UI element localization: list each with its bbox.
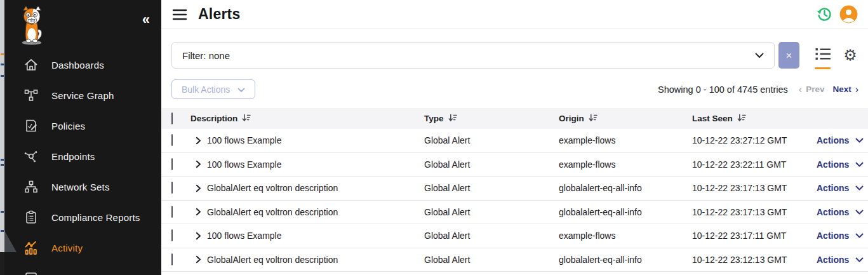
pagination: Showing 0 - 100 of 4745 entries ‹ Prev N… [658,84,858,95]
alert-origin: globalalert-eq-all-info [559,207,692,217]
bulk-actions-button[interactable]: Bulk Actions [171,79,255,99]
column-header-description[interactable]: Description [190,114,424,124]
column-header-type[interactable]: Type [424,114,559,124]
alert-type: Global Alert [424,135,559,145]
close-icon: × [786,50,792,61]
sidebar-item-label: Dashboards [51,60,104,70]
row-checkbox[interactable] [171,182,173,194]
table-row[interactable]: 100 flows Example Global Alert example-f… [161,129,868,153]
gear-icon: ⚙ [843,48,857,63]
sidebar-item-dashboards[interactable]: Dashboards [4,50,161,80]
user-avatar[interactable] [839,5,858,24]
showing-entries-text: Showing 0 - 100 of 4745 entries [658,84,788,95]
chevron-down-icon [855,254,864,265]
history-icon[interactable] [815,5,834,24]
table-row[interactable]: GlobalAlert eq voltron description Globa… [161,248,868,272]
chevron-down-icon [855,159,864,170]
sidebar-item-partial[interactable] [4,263,161,275]
main-content: Alerts Filter: none [161,0,868,275]
chevron-down-icon [855,182,864,194]
alert-description: 100 flows Example [207,159,282,170]
table-row[interactable]: 100 flows Example Global Alert example-f… [161,153,868,177]
chevron-down-icon [855,230,864,241]
network-hierarchy-icon [23,179,39,194]
row-actions-dropdown[interactable]: Actions [817,135,864,146]
alert-description: 100 flows Example [207,135,282,145]
select-all-checkbox[interactable] [171,112,173,124]
actions-label: Actions [817,183,849,193]
chevron-right-icon: › [855,84,858,95]
row-actions-dropdown[interactable]: Actions [817,182,864,194]
row-checkbox[interactable] [171,206,173,218]
top-bar: Alerts [161,0,868,29]
prev-page-button[interactable]: ‹ Prev [799,84,825,95]
table-row[interactable]: 100 flows Example Global Alert example-f… [161,224,868,248]
sidebar-item-compliance-reports[interactable]: Compliance Reports [4,202,161,232]
alert-type: Global Alert [424,231,559,241]
policies-document-icon [23,118,39,133]
expand-row-chevron-icon[interactable] [196,208,201,216]
view-toggle-group: ⚙ [815,46,858,65]
sidebar-item-network-sets[interactable]: Network Sets [4,171,161,202]
alert-last-seen: 10-12-22 23:12:13 GMT [692,255,817,265]
sidebar-item-service-graph[interactable]: Service Graph [4,80,161,111]
service-graph-icon [23,88,39,103]
sidebar-item-label: Policies [51,121,85,131]
chevron-left-icon: ‹ [799,84,802,95]
list-view-icon [815,48,831,63]
expand-row-chevron-icon[interactable] [196,160,201,168]
clear-filter-button[interactable]: × [778,42,799,69]
alert-description: 100 flows Example [207,231,282,241]
row-checkbox[interactable] [171,253,173,265]
sort-icon [737,114,746,124]
expand-row-chevron-icon[interactable] [196,184,201,192]
hamburger-menu-icon[interactable] [171,6,188,23]
chevron-down-icon [755,50,764,61]
sidebar-item-policies[interactable]: Policies [4,111,161,141]
expand-row-chevron-icon[interactable] [196,232,201,240]
chevron-down-icon [855,135,864,146]
chevron-down-icon [855,206,864,218]
list-view-tab[interactable] [815,46,831,65]
endpoints-nodes-icon [23,149,39,164]
chevron-down-icon [237,84,245,95]
sidebar: « Dashboards Service Graph [4,0,161,275]
expand-row-chevron-icon[interactable] [196,255,201,264]
column-header-origin[interactable]: Origin [559,114,692,124]
clipboard-list-icon [23,210,39,225]
table-row[interactable]: GlobalAlert eq voltron description Globa… [161,177,868,201]
sidebar-item-label: Network Sets [51,182,110,192]
sidebar-item-label: Activity [51,243,83,253]
row-checkbox[interactable] [171,134,173,146]
row-actions-dropdown[interactable]: Actions [817,230,864,241]
alert-last-seen: 10-12-22 23:17:13 GMT [692,207,817,217]
calico-cat-logo [18,5,45,48]
filter-select[interactable]: Filter: none [171,42,775,69]
sort-icon [448,114,457,124]
row-actions-dropdown[interactable]: Actions [817,206,864,218]
expand-row-chevron-icon[interactable] [196,137,201,145]
page-title: Alerts [198,6,240,23]
row-actions-dropdown[interactable]: Actions [817,159,864,170]
sidebar-collapse-button[interactable]: « [142,13,150,27]
sidebar-item-endpoints[interactable]: Endpoints [4,141,161,171]
alert-type: Global Alert [424,255,559,265]
alert-origin: example-flows [559,159,692,170]
alert-last-seen: 10-12-22 23:17:13 GMT [692,183,817,193]
alert-last-seen: 10-12-22 23:17:11 GMT [692,231,817,241]
settings-gear-button[interactable]: ⚙ [842,46,858,65]
table-row[interactable]: GlobalAlert eq voltron description Globa… [161,201,868,225]
row-checkbox[interactable] [171,158,173,170]
actions-label: Actions [817,207,849,217]
alert-description: GlobalAlert eq voltron description [207,207,338,217]
row-actions-dropdown[interactable]: Actions [817,254,864,265]
row-checkbox[interactable] [171,229,173,241]
sort-icon [589,114,598,124]
alert-origin: globalalert-eq-all-info [559,255,692,265]
actions-label: Actions [817,159,849,170]
toolbar-row: Bulk Actions Showing 0 - 100 of 4745 ent… [161,79,868,99]
filter-row: Filter: none × [161,29,868,69]
sidebar-item-activity[interactable]: Activity [4,232,161,263]
next-page-button[interactable]: Next › [832,84,858,95]
column-header-last-seen[interactable]: Last Seen [692,114,817,124]
